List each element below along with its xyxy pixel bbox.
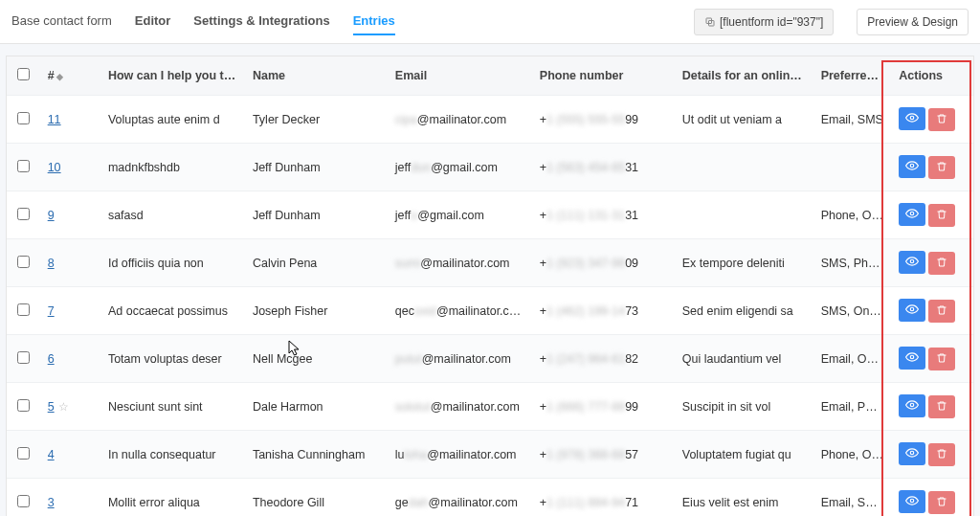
phone-suffix: 09: [625, 257, 638, 270]
email-blurred-prefix: cipa: [395, 113, 417, 126]
delete-button[interactable]: [928, 491, 955, 514]
delete-button[interactable]: [928, 156, 955, 179]
phone-suffix: 73: [625, 304, 638, 318]
row-checkbox[interactable]: [17, 399, 30, 412]
entry-id-link[interactable]: 8: [48, 257, 55, 270]
view-button[interactable]: [899, 490, 925, 513]
select-all-checkbox[interactable]: [17, 68, 30, 80]
tab-base-form[interactable]: Base contact form: [11, 8, 112, 35]
cell-phone: +1 (462) 199-1473: [532, 287, 675, 335]
entry-id-link[interactable]: 6: [48, 352, 55, 366]
view-button[interactable]: [899, 107, 925, 130]
cell-phone: +1 (111) 884-9471: [532, 479, 675, 517]
delete-button[interactable]: [928, 348, 955, 370]
svg-point-9: [910, 451, 914, 455]
star-icon[interactable]: ☆: [58, 400, 69, 414]
table-row: 5☆Nesciunt sunt sintDale Harmonsolotut@m…: [7, 383, 973, 431]
cell-phone: +1 (555) 555-5599: [532, 96, 675, 144]
entry-id-link[interactable]: 10: [48, 161, 61, 174]
email-blurred-mid: o: [411, 209, 417, 222]
row-checkbox[interactable]: [17, 112, 30, 124]
trash-icon: [936, 113, 947, 127]
delete-button[interactable]: [928, 108, 955, 131]
phone-suffix: 31: [625, 161, 638, 174]
table-row: 7Ad occaecat possimusJoseph Fisherqecoxi…: [7, 287, 973, 335]
email-blurred-prefix: putut: [395, 352, 422, 366]
view-button[interactable]: [899, 155, 925, 178]
row-checkbox[interactable]: [17, 495, 30, 507]
entries-table-wrap: #◆ How can I help you today? Name Email …: [6, 56, 974, 516]
table-row: 4In nulla consequaturTanisha Cunninghaml…: [7, 431, 973, 479]
row-checkbox[interactable]: [17, 160, 30, 172]
header-id[interactable]: #◆: [40, 56, 100, 96]
view-button[interactable]: [899, 442, 925, 465]
tab-entries[interactable]: Entries: [353, 8, 395, 35]
email-suffix: @gmail.com: [417, 209, 484, 222]
view-button[interactable]: [899, 299, 925, 322]
entry-id-link[interactable]: 11: [48, 113, 61, 126]
email-suffix: @mailinator.com: [422, 352, 511, 366]
email-suffix: @gmail.com: [431, 161, 498, 174]
view-button[interactable]: [899, 251, 925, 274]
table-row: 9safasdJeff Dunhamjeffo@gmail.com+1 (111…: [7, 191, 973, 239]
cell-name: Dale Harmon: [245, 383, 388, 431]
shortcode-copy-button[interactable]: [fluentform id="937"]: [694, 9, 834, 35]
entry-id-link[interactable]: 4: [48, 448, 55, 461]
email-blurred-mid: oxid: [414, 304, 436, 318]
eye-icon: [905, 303, 919, 319]
delete-button[interactable]: [928, 300, 955, 323]
email-blurred-prefix: sumi: [395, 257, 420, 270]
cell-details: Voluptatem fugiat qu: [675, 431, 813, 479]
view-button[interactable]: [899, 203, 925, 226]
eye-icon: [905, 446, 919, 462]
svg-point-3: [910, 164, 914, 168]
cell-preferred: Email, Online ca: [813, 335, 892, 383]
delete-button[interactable]: [928, 252, 955, 275]
row-checkbox[interactable]: [17, 447, 30, 460]
eye-icon: [905, 350, 919, 367]
cell-help: safasd: [100, 191, 245, 239]
cell-help: Voluptas aute enim d: [100, 96, 245, 144]
delete-button[interactable]: [928, 443, 955, 466]
entry-id-link[interactable]: 3: [48, 496, 55, 509]
entry-id-link[interactable]: 7: [48, 304, 55, 318]
eye-icon: [905, 207, 919, 223]
delete-button[interactable]: [928, 395, 955, 418]
cell-details: Suscipit in sit vol: [675, 383, 813, 431]
view-button[interactable]: [899, 394, 925, 417]
email-blurred-mid: dun: [411, 161, 431, 174]
cell-phone: +1 (563) 454-6531: [532, 144, 675, 191]
row-checkbox[interactable]: [17, 303, 30, 316]
row-checkbox[interactable]: [17, 351, 30, 364]
cell-phone: +1 (247) 964-6182: [532, 335, 675, 383]
cell-email: solotut@mailinator.com: [388, 383, 532, 431]
table-row: 3Mollit error aliquaTheodore Gillgedah@m…: [7, 479, 973, 517]
phone-prefix: +: [540, 113, 546, 126]
header-phone: Phone number: [532, 56, 675, 96]
email-prefix: lu: [395, 448, 405, 461]
cell-name: Nell Mcgee: [245, 335, 388, 383]
cell-details: Eius velit est enim: [675, 479, 813, 517]
tab-editor[interactable]: Editor: [135, 8, 171, 35]
view-button[interactable]: [899, 347, 925, 370]
entry-id-link[interactable]: 9: [48, 209, 55, 222]
trash-icon: [936, 209, 947, 223]
header-actions: Actions: [891, 56, 973, 96]
copy-icon: [704, 16, 716, 28]
table-header-row: #◆ How can I help you today? Name Email …: [7, 56, 973, 96]
entry-id-link[interactable]: 5: [48, 400, 55, 414]
email-prefix: qec: [395, 304, 414, 318]
tabs-group: Base contact form Editor Settings & Inte…: [11, 8, 671, 35]
preview-design-button[interactable]: Preview & Design: [857, 9, 969, 35]
cell-details: Qui laudantium vel: [675, 335, 813, 383]
tab-settings[interactable]: Settings & Integrations: [193, 8, 329, 35]
email-prefix: jeff: [395, 161, 411, 174]
cell-phone: +1 (111) 131-3131: [532, 191, 675, 239]
trash-icon: [936, 304, 947, 319]
row-checkbox[interactable]: [17, 208, 30, 220]
row-checkbox[interactable]: [17, 256, 30, 268]
email-suffix: @mailinator.com: [417, 113, 506, 126]
cell-preferred: SMS, Online ca: [813, 287, 892, 335]
header-help: How can I help you today?: [100, 56, 245, 96]
delete-button[interactable]: [928, 204, 955, 227]
